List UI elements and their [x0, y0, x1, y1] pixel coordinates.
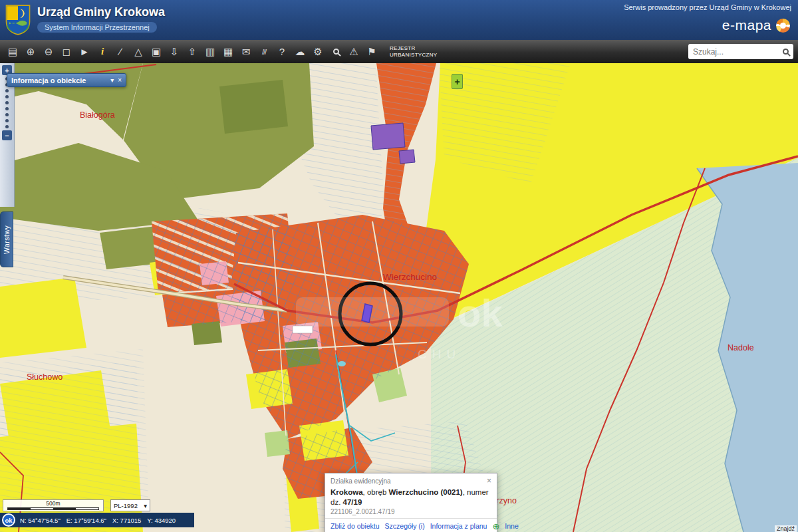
bottom-right-label: Znajdź	[775, 525, 797, 532]
popup-parcel-number: 47/19	[343, 498, 362, 506]
search-icon[interactable]	[783, 49, 789, 55]
measure-area-icon[interactable]: △	[130, 43, 146, 60]
hatch-icon[interactable]: ///	[256, 43, 272, 60]
object-info-icon[interactable]: i	[94, 43, 110, 60]
scale-label: 500m	[46, 501, 60, 507]
layers-panel-tab[interactable]: Warstwy	[0, 211, 13, 267]
emapa-brand-label: e-mapa	[722, 17, 771, 33]
rejestr-urbanistyczny-button[interactable]: REJESTR URBANISTYCZNY	[390, 45, 437, 59]
search-map-icon[interactable]	[328, 43, 344, 60]
warning-icon[interactable]: ⚠	[346, 43, 362, 60]
cloud-icon[interactable]: ☁	[292, 43, 308, 60]
object-info-panel-header[interactable]: Informacja o obiekcie ▾ ×	[7, 73, 126, 87]
flag-icon[interactable]: ⚑	[364, 43, 380, 60]
rejestr-line2: URBANISTYCZNY	[390, 52, 437, 59]
zoom-to-object-link[interactable]: Zbliż do obiektu	[331, 522, 380, 530]
popup-precinct: Wierzchucino (0021)	[389, 488, 463, 496]
close-icon[interactable]: ×	[118, 76, 122, 84]
scale-bar: 500m	[3, 499, 104, 511]
help-icon[interactable]: ?	[274, 43, 290, 60]
header-bar: Urząd Gminy Krokowa System Informacji Pr…	[0, 0, 798, 40]
scale-bar-segments	[7, 507, 99, 510]
popup-header-label: Działka ewidencyjna	[331, 477, 487, 485]
svg-text:CHU: CHU	[418, 347, 461, 361]
zoom-level-dot[interactable]	[5, 119, 9, 122]
app-subtitle: System Informacji Przestrzennej	[37, 22, 157, 33]
print-icon[interactable]: ▣	[148, 43, 164, 60]
map-label-nadole: Nadole	[728, 343, 754, 352]
map-label-wierzchucino: Wierzchucino	[383, 272, 437, 282]
rejestr-line1: REJESTR	[390, 45, 437, 52]
plus-circle-icon[interactable]: ⊕	[492, 522, 499, 531]
chevron-down-icon[interactable]: ▾	[110, 76, 114, 84]
coordinates-bar: N: 54°47'54.5" E: 17°59'14.6" X: 771015 …	[0, 513, 194, 527]
map-canvas[interactable]: ok CHU Białogóra Wierzchucino Słuchowo N…	[0, 63, 798, 532]
zoom-level-dot[interactable]	[5, 113, 9, 116]
service-note: Serwis prowadzony przez Urząd Gminy w Kr…	[624, 3, 791, 11]
download-icon[interactable]: ⇩	[166, 43, 182, 60]
details-link[interactable]: Szczegóły (i)	[385, 522, 425, 530]
svg-text:ok: ok	[458, 291, 503, 334]
zoom-extent-icon[interactable]: ◻	[59, 43, 74, 60]
gear-icon[interactable]: ⚙	[310, 43, 326, 60]
parcel-info-popup: Działka ewidencyjna × Krokowa, obręb Wie…	[325, 473, 497, 532]
app-title: Urząd Gminy Krokowa	[37, 5, 165, 19]
other-link[interactable]: Inne	[505, 522, 518, 530]
windows-icon[interactable]: ▥	[202, 43, 218, 60]
coord-x: X: 771015	[112, 517, 141, 524]
layers-tab-label: Warstwy	[3, 225, 11, 253]
zoom-in-icon[interactable]: ⊕	[23, 43, 39, 60]
street-sign	[293, 326, 313, 333]
map-label-bialogora: Białogóra	[80, 110, 115, 120]
zoom-out-button[interactable]: −	[2, 130, 12, 140]
coord-y: Y: 434920	[147, 517, 176, 524]
layers-icon[interactable]: ▤	[5, 43, 21, 60]
zoom-level-dot[interactable]	[5, 107, 9, 110]
zoom-out-icon[interactable]: ⊖	[41, 43, 57, 60]
select-arrow-icon[interactable]: ►	[76, 43, 92, 60]
object-info-title: Informacja o obiekcie	[11, 76, 106, 84]
crs-select[interactable]: PL-1992 ▾	[110, 499, 150, 511]
coat-of-arms	[5, 5, 31, 35]
coord-n: N: 54°47'54.5"	[20, 517, 61, 524]
emapa-logo-icon	[776, 19, 790, 33]
search-box[interactable]	[688, 44, 793, 59]
coord-e: E: 17°59'14.6"	[66, 517, 106, 524]
plan-info-link[interactable]: Informacja z planu	[430, 522, 487, 530]
popup-commune: Krokowa	[331, 488, 363, 496]
chevron-down-icon: ▾	[144, 502, 147, 509]
popup-close-icon[interactable]: ×	[487, 476, 491, 485]
ok-button[interactable]: ok	[2, 513, 15, 527]
popup-title-sep1: , obręb	[363, 488, 389, 496]
zoom-level-dot[interactable]	[5, 125, 9, 128]
magnifier-icon	[333, 49, 339, 55]
map-add-button[interactable]: +	[452, 74, 463, 89]
comment-icon[interactable]: ✉	[238, 43, 254, 60]
emapa-brand[interactable]: e-mapa	[722, 17, 790, 33]
zoom-level-dot[interactable]	[5, 101, 9, 104]
crs-value: PL-1992	[114, 502, 138, 509]
popup-parcel-id: 221106_2.0021.47/19	[325, 507, 497, 518]
upload-icon[interactable]: ⇧	[184, 43, 200, 60]
search-input[interactable]	[693, 47, 779, 57]
app-window: Urząd Gminy Krokowa System Informacji Pr…	[0, 0, 798, 532]
map-label-sluchowo: Słuchowo	[27, 372, 63, 382]
table-icon[interactable]: ▦	[220, 43, 236, 60]
map-viewport[interactable]: ok CHU Białogóra Wierzchucino Słuchowo N…	[0, 63, 798, 532]
popup-title: Krokowa, obręb Wierzchucino (0021), nume…	[325, 486, 497, 507]
measure-length-icon[interactable]: ∕	[112, 43, 128, 60]
main-toolbar: ▤ ⊕ ⊖ ◻ ► i ∕ △ ▣ ⇩ ⇧ ▥ ▦ ✉ /// ? ☁ ⚙ ⚠ …	[0, 40, 798, 63]
zoom-level-dot[interactable]	[5, 89, 9, 92]
zoom-level-dot[interactable]	[5, 95, 9, 98]
